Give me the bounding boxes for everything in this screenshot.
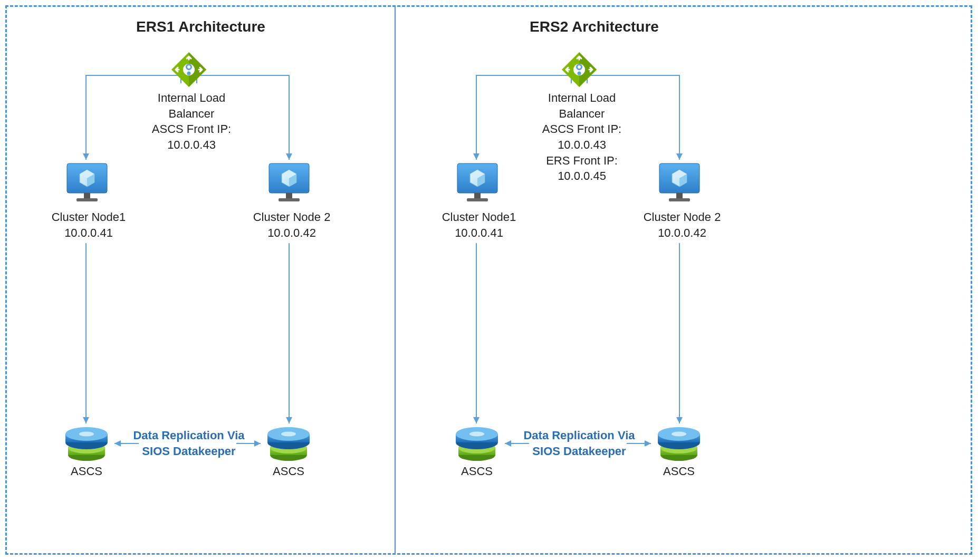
replication-arrows-ers2 [397, 7, 788, 481]
replication-label-ers1: Data Replication Via SIOS Datakeeper [126, 428, 252, 459]
replication-arrows-ers1 [7, 7, 397, 481]
panel-ers2: ERS2 Architecture Internal Load Balancer… [397, 5, 972, 555]
replication-label-ers2: Data Replication Via SIOS Datakeeper [516, 428, 643, 459]
panel-ers1: ERS1 Architecture Internal Load Balancer… [5, 5, 396, 555]
